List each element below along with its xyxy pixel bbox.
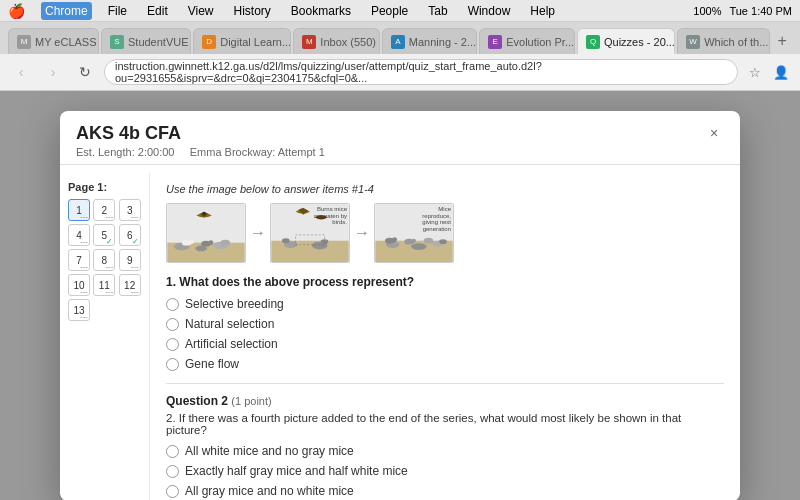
image-box-3: Mice reproduce, giving next generation <box>374 203 454 263</box>
menu-window[interactable]: Window <box>464 2 515 20</box>
page-sidebar: Page 1: 1 --- 2 --- 3 --- <box>60 173 150 500</box>
tab-label-evolution: Evolution Pr... <box>506 36 574 48</box>
page-num-8[interactable]: 8 --- <box>93 249 115 271</box>
reload-button[interactable]: ↻ <box>72 59 98 85</box>
address-bar[interactable]: instruction.gwinnett.k12.ga.us/d2l/lms/q… <box>104 59 738 85</box>
option-label-selective-breeding: Selective breeding <box>185 297 284 311</box>
svg-point-25 <box>392 237 397 242</box>
tab-label-manning: Manning - 2... <box>409 36 476 48</box>
option-label-half-gray: Exactly half gray mice and half white mi… <box>185 464 408 478</box>
radio-gene-flow[interactable] <box>166 358 179 371</box>
address-text: instruction.gwinnett.k12.ga.us/d2l/lms/q… <box>115 60 727 84</box>
option-natural-selection[interactable]: Natural selection <box>166 317 724 331</box>
page-label: Page 1: <box>68 181 141 193</box>
new-tab-button[interactable]: + <box>772 28 792 54</box>
page-num-13[interactable]: 13 --- <box>68 299 90 321</box>
forward-button[interactable]: › <box>40 59 66 85</box>
menu-view[interactable]: View <box>184 2 218 20</box>
tab-label-myelass: MY eCLASS <box>35 36 97 48</box>
image-box-1 <box>166 203 246 263</box>
page-number-grid: 1 --- 2 --- 3 --- 4 --- <box>68 199 141 321</box>
back-button[interactable]: ‹ <box>8 59 34 85</box>
option-selective-breeding[interactable]: Selective breeding <box>166 297 724 311</box>
tab-favicon-which: W <box>686 35 700 49</box>
page-num-12[interactable]: 12 --- <box>119 274 141 296</box>
option-all-white[interactable]: All white mice and no gray mice <box>166 444 724 458</box>
radio-artificial-selection[interactable] <box>166 338 179 351</box>
page-num-9[interactable]: 9 --- <box>119 249 141 271</box>
page-num-3[interactable]: 3 --- <box>119 199 141 221</box>
question2-header: Question 2 (1 point) <box>166 383 724 408</box>
radio-natural-selection[interactable] <box>166 318 179 331</box>
modal-attempt: Emma Brockway: Attempt 1 <box>190 146 325 158</box>
option-all-gray[interactable]: All gray mice and no white mice <box>166 484 724 498</box>
option-artificial-selection[interactable]: Artificial selection <box>166 337 724 351</box>
radio-selective-breeding[interactable] <box>166 298 179 311</box>
option-label-natural-selection: Natural selection <box>185 317 274 331</box>
tab-evolution[interactable]: E Evolution Pr... ✕ <box>479 28 575 54</box>
tab-inbox[interactable]: M Inbox (550) ✕ <box>293 28 379 54</box>
menu-tab[interactable]: Tab <box>424 2 451 20</box>
tab-label-studentvue: StudentVUE <box>128 36 189 48</box>
modal-header: AKS 4b CFA Est. Length: 2:00:00 Emma Bro… <box>60 111 740 164</box>
tab-bar: M MY eCLASS ✕ S StudentVUE ✕ D Digital L… <box>0 22 800 54</box>
page-num-4[interactable]: 4 --- <box>68 224 90 246</box>
tab-which[interactable]: W Which of th... ✕ <box>677 28 770 54</box>
page-num-6[interactable]: 6 ✓ <box>119 224 141 246</box>
tab-favicon-quizzes: Q <box>586 35 600 49</box>
clock: Tue 1:40 PM <box>729 5 792 17</box>
svg-point-28 <box>424 238 434 244</box>
option-label-artificial-selection: Artificial selection <box>185 337 278 351</box>
page-num-7[interactable]: 7 --- <box>68 249 90 271</box>
nav-bar: ‹ › ↻ instruction.gwinnett.k12.ga.us/d2l… <box>0 54 800 90</box>
page-num-1[interactable]: 1 --- <box>68 199 90 221</box>
option-half-gray[interactable]: Exactly half gray mice and half white mi… <box>166 464 724 478</box>
menu-help[interactable]: Help <box>526 2 559 20</box>
page-num-2[interactable]: 2 --- <box>93 199 115 221</box>
radio-all-white[interactable] <box>166 445 179 458</box>
tab-manning[interactable]: A Manning - 2... ✕ <box>382 28 477 54</box>
tab-favicon-inbox: M <box>302 35 316 49</box>
tab-label-which: Which of th... <box>704 36 768 48</box>
tab-favicon-manning: A <box>391 35 405 49</box>
radio-half-gray[interactable] <box>166 465 179 478</box>
page-num-11[interactable]: 11 --- <box>93 274 115 296</box>
tab-label-inbox: Inbox (550) <box>320 36 376 48</box>
svg-point-15 <box>282 238 290 243</box>
menu-chrome[interactable]: Chrome <box>41 2 92 20</box>
quiz-content: Use the image below to answer items #1-4 <box>150 173 740 500</box>
svg-point-22 <box>411 243 426 250</box>
page-num-5[interactable]: 5 ✓ <box>93 224 115 246</box>
menu-bar: 🍎 Chrome File Edit View History Bookmark… <box>0 0 800 22</box>
apple-icon: 🍎 <box>8 3 25 19</box>
tab-label-digital: Digital Learn... <box>220 36 291 48</box>
menu-edit[interactable]: Edit <box>143 2 172 20</box>
bookmark-icon[interactable]: ☆ <box>744 61 766 83</box>
arrow-1: → <box>250 224 266 242</box>
menu-history[interactable]: History <box>230 2 275 20</box>
page-content: AKS 4b CFA Est. Length: 2:00:00 Emma Bro… <box>0 91 800 500</box>
option-gene-flow[interactable]: Gene flow <box>166 357 724 371</box>
menu-people[interactable]: People <box>367 2 412 20</box>
tab-studentvue[interactable]: S StudentVUE ✕ <box>101 28 191 54</box>
option-label-gene-flow: Gene flow <box>185 357 239 371</box>
modal-close-button[interactable]: × <box>704 123 724 143</box>
menu-file[interactable]: File <box>104 2 131 20</box>
image-area: → <box>166 203 724 263</box>
menu-bookmarks[interactable]: Bookmarks <box>287 2 355 20</box>
arrow-2: → <box>354 224 370 242</box>
quiz-instruction: Use the image below to answer items #1-4 <box>166 183 724 195</box>
svg-point-29 <box>439 239 447 244</box>
page-num-10[interactable]: 10 --- <box>68 274 90 296</box>
tab-myelass[interactable]: M MY eCLASS ✕ <box>8 28 99 54</box>
tab-favicon-evolution: E <box>488 35 502 49</box>
browser-chrome: M MY eCLASS ✕ S StudentVUE ✕ D Digital L… <box>0 22 800 91</box>
battery-status: 100% <box>693 5 721 17</box>
svg-rect-12 <box>271 241 348 262</box>
radio-all-gray[interactable] <box>166 485 179 498</box>
svg-point-8 <box>208 240 213 245</box>
profile-icon[interactable]: 👤 <box>770 61 792 83</box>
tab-quizzes[interactable]: Q Quizzes - 20... ✕ <box>577 28 675 54</box>
tab-favicon-studentvue: S <box>110 35 124 49</box>
tab-digital[interactable]: D Digital Learn... ✕ <box>193 28 291 54</box>
